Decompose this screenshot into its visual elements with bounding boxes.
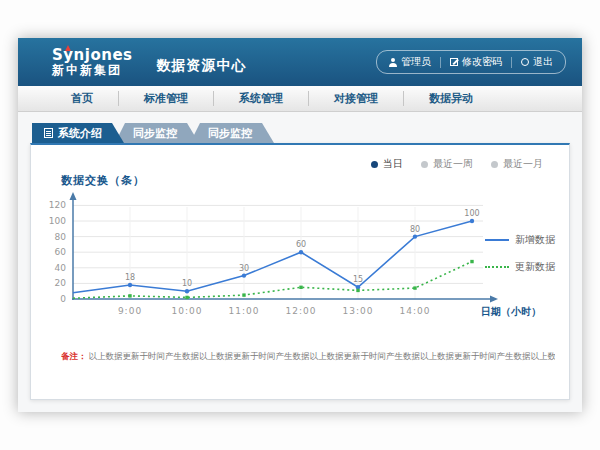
svg-text:15: 15	[353, 275, 363, 284]
document-icon	[44, 128, 53, 138]
radio-label: 最近一周	[433, 157, 473, 171]
logo-red-accent	[65, 45, 71, 51]
svg-text:100: 100	[49, 216, 66, 226]
svg-text:日期（小时）: 日期（小时）	[481, 306, 541, 317]
svg-text:30: 30	[239, 264, 249, 273]
main-nav: 首页 标准管理 系统管理 对接管理 数据异动	[18, 86, 582, 112]
svg-text:18: 18	[125, 273, 135, 282]
svg-text:12:00: 12:00	[286, 306, 317, 316]
legend-label: 更新数据	[515, 260, 555, 274]
tab-sync-monitor-2[interactable]: 同步监控	[190, 123, 274, 143]
tab-sync-monitor-1[interactable]: 同步监控	[115, 123, 199, 143]
current-user-label: 管理员	[401, 55, 431, 69]
line-chart: 0204060801001209:0010:0011:0012:0013:001…	[43, 191, 543, 329]
svg-text:0: 0	[60, 294, 66, 304]
legend-item-new-data[interactable]: 新增数据	[485, 233, 555, 247]
svg-text:11:00: 11:00	[229, 306, 260, 316]
edit-icon	[450, 58, 458, 66]
legend-item-updated-data[interactable]: 更新数据	[485, 260, 555, 274]
svg-text:14:00: 14:00	[400, 306, 431, 316]
logo: Synjones 新中新集团	[52, 48, 133, 76]
content-area: 系统介绍 同步监控 同步监控 当日 最近一周	[18, 112, 582, 412]
logout-label: 退出	[533, 55, 553, 69]
svg-text:40: 40	[55, 263, 67, 273]
change-password-button[interactable]: 修改密码	[450, 55, 502, 69]
radio-label: 当日	[383, 157, 403, 171]
svg-text:60: 60	[296, 240, 306, 249]
svg-text:10: 10	[182, 279, 192, 288]
svg-text:120: 120	[49, 200, 66, 210]
svg-text:80: 80	[55, 232, 67, 242]
footnote-text: 以上数据更新于时间产生数据以上数据更新于时间产生数据以上数据更新于时间产生数据以…	[89, 351, 556, 361]
logout-button[interactable]: 退出	[521, 55, 553, 69]
solid-line-swatch	[485, 239, 509, 241]
radio-last-week[interactable]: 最近一周	[421, 157, 473, 171]
nav-item-data-changes[interactable]: 数据异动	[404, 86, 498, 111]
radio-dot-icon	[421, 161, 428, 168]
nav-item-system-mgmt[interactable]: 系统管理	[214, 86, 308, 111]
current-user-button[interactable]: 管理员	[389, 55, 431, 69]
app-window: Synjones 新中新集团 数据资源中心 管理员 修改密码 退出	[18, 38, 582, 412]
nav-item-docking-mgmt[interactable]: 对接管理	[309, 86, 403, 111]
divider	[511, 57, 512, 68]
user-toolbar: 管理员 修改密码 退出	[376, 50, 566, 74]
chart-legend: 新增数据 更新数据	[485, 233, 555, 274]
divider	[440, 57, 441, 68]
footnote: 备注：以上数据更新于时间产生数据以上数据更新于时间产生数据以上数据更新于时间产生…	[61, 351, 555, 363]
footnote-prefix: 备注：	[61, 351, 87, 361]
radio-label: 最近一月	[503, 157, 543, 171]
svg-text:13:00: 13:00	[343, 306, 374, 316]
dotted-line-swatch	[485, 266, 509, 268]
app-header: Synjones 新中新集团 数据资源中心 管理员 修改密码 退出	[18, 38, 582, 86]
svg-text:100: 100	[464, 209, 479, 218]
power-icon	[521, 58, 529, 66]
svg-text:9:00: 9:00	[118, 306, 142, 316]
logo-subtext: 新中新集团	[52, 64, 133, 77]
svg-text:80: 80	[410, 225, 420, 234]
page: Synjones 新中新集团 数据资源中心 管理员 修改密码 退出	[0, 0, 600, 450]
tab-system-intro[interactable]: 系统介绍	[32, 123, 124, 143]
svg-text:20: 20	[55, 278, 67, 288]
radio-dot-icon	[491, 161, 498, 168]
nav-item-home[interactable]: 首页	[46, 86, 118, 111]
time-range-filter: 当日 最近一周 最近一月	[371, 157, 543, 171]
y-axis-title: 数据交换（条）	[61, 173, 145, 188]
tab-bar: 系统介绍 同步监控 同步监控	[32, 123, 570, 143]
tab-label: 系统介绍	[58, 126, 102, 141]
chart-panel: 当日 最近一周 最近一月 数据交换（条） 0204060801001209:00…	[30, 143, 570, 400]
tab-label: 同步监控	[208, 126, 252, 141]
radio-dot-icon	[371, 161, 378, 168]
svg-text:60: 60	[55, 247, 67, 257]
tab-label: 同步监控	[133, 126, 177, 141]
nav-item-standard-mgmt[interactable]: 标准管理	[119, 86, 213, 111]
svg-text:10:00: 10:00	[172, 306, 203, 316]
change-password-label: 修改密码	[462, 55, 502, 69]
radio-last-month[interactable]: 最近一月	[491, 157, 543, 171]
user-icon	[389, 58, 397, 67]
radio-today[interactable]: 当日	[371, 157, 403, 171]
page-title: 数据资源中心	[157, 57, 247, 75]
legend-label: 新增数据	[515, 233, 555, 247]
